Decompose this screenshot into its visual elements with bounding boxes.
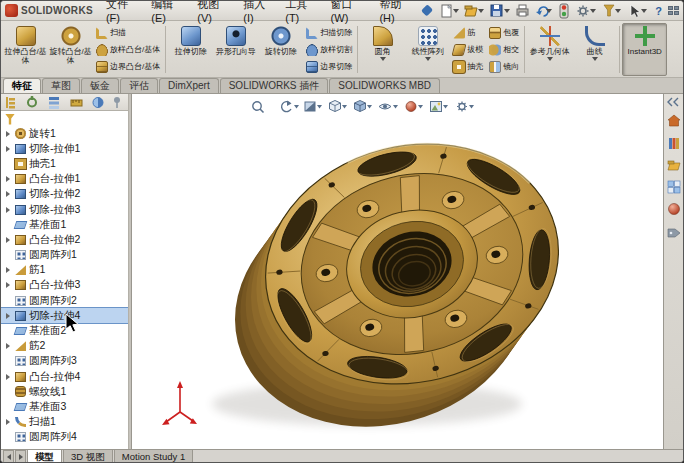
mirror-button[interactable]: 镜向: [486, 58, 522, 75]
tree-item[interactable]: 凸台-拉伸1: [1, 172, 128, 187]
undo-icon[interactable]: [536, 7, 552, 16]
hole-wizard-button[interactable]: 异形孔向导: [213, 23, 258, 76]
hide-show-items-icon[interactable]: [379, 104, 398, 109]
tree-item[interactable]: 筋1: [1, 263, 128, 278]
tab-sketch[interactable]: 草图: [42, 78, 80, 93]
rib-button[interactable]: 筋: [450, 24, 486, 41]
expand-arrow-icon[interactable]: [4, 131, 12, 137]
view-orientation-icon[interactable]: [330, 101, 348, 112]
expand-arrow-icon[interactable]: [4, 343, 12, 349]
expand-arrow-icon[interactable]: [4, 237, 12, 243]
lofted-boss-button[interactable]: 放样凸台/基体: [93, 41, 163, 58]
file-explorer-icon[interactable]: [668, 161, 680, 170]
tree-item[interactable]: 切除-拉伸2: [1, 187, 128, 202]
feature-tree-tab-icon[interactable]: [6, 97, 15, 109]
tab-scroll-left-button[interactable]: [3, 450, 14, 463]
rebuild-icon[interactable]: [560, 4, 568, 18]
tree-item[interactable]: 切除-拉伸3: [1, 202, 128, 217]
tree-item[interactable]: 凸台-拉伸4: [1, 369, 128, 384]
tree-item[interactable]: 筋2: [1, 339, 128, 354]
tab-dimxpert[interactable]: DimXpert: [159, 78, 219, 93]
new-document-icon[interactable]: [442, 5, 459, 17]
shell-button[interactable]: 抽壳: [450, 58, 486, 75]
tree-item[interactable]: 圆周阵列4: [1, 430, 128, 445]
tree-item[interactable]: 抽壳1: [1, 156, 128, 171]
curves-button[interactable]: 曲线: [572, 23, 617, 76]
instant3d-button[interactable]: Instant3D: [622, 23, 667, 76]
tab-3d-views[interactable]: 3D 视图: [63, 450, 113, 463]
select-arrow-icon[interactable]: [627, 3, 649, 19]
expand-arrow-icon[interactable]: [4, 267, 12, 273]
menu-insert[interactable]: 插入(I): [238, 0, 278, 25]
appearances-icon[interactable]: [669, 204, 680, 215]
tree-item[interactable]: 基准面1: [1, 217, 128, 232]
custom-properties-icon[interactable]: [668, 229, 680, 237]
expand-arrow-icon[interactable]: [4, 176, 12, 182]
view-settings-icon[interactable]: [457, 102, 474, 112]
selection-filter-icon[interactable]: [604, 5, 621, 16]
edit-appearance-icon[interactable]: [406, 102, 423, 112]
tree-item[interactable]: 圆周阵列3: [1, 354, 128, 369]
revolve-boss-button[interactable]: 旋转凸台/基体: [48, 23, 93, 76]
zoom-fit-icon[interactable]: [253, 102, 264, 113]
view-palette-icon[interactable]: [668, 181, 680, 193]
graphics-area[interactable]: [132, 94, 663, 449]
lofted-cut-button[interactable]: 放样切割: [303, 41, 355, 58]
expand-arrow-icon[interactable]: [4, 419, 12, 425]
display-style-icon[interactable]: [355, 101, 373, 112]
intersect-button[interactable]: 相交: [486, 41, 522, 58]
expand-arrow-icon[interactable]: [4, 282, 12, 288]
tree-item[interactable]: 圆周阵列2: [1, 293, 128, 308]
open-icon[interactable]: [465, 6, 484, 16]
tab-motion-study[interactable]: Motion Study 1: [114, 450, 193, 463]
extrude-boss-button[interactable]: 拉伸凸台/基体: [3, 23, 48, 76]
boundary-boss-button[interactable]: 边界凸台/基体: [93, 58, 163, 75]
save-icon[interactable]: [491, 5, 510, 16]
configuration-manager-tab-icon[interactable]: [49, 97, 59, 109]
previous-view-icon[interactable]: [282, 101, 299, 112]
boundary-cut-button[interactable]: 边界切除: [303, 58, 355, 75]
menu-window[interactable]: 窗口(W): [326, 0, 373, 25]
menu-view[interactable]: 视图(V): [192, 0, 236, 25]
revolved-cut-button[interactable]: 旋转切除: [258, 23, 303, 76]
model-viewport[interactable]: [132, 94, 663, 449]
reference-geometry-button[interactable]: 参考几何体: [527, 23, 572, 76]
extruded-cut-button[interactable]: 拉伸切除: [168, 23, 213, 76]
expand-arrow-icon[interactable]: [4, 191, 12, 197]
expand-arrow-icon[interactable]: [4, 207, 12, 213]
tree-item[interactable]: 螺纹线1: [1, 384, 128, 399]
window-layout-icon[interactable]: [668, 6, 679, 15]
tree-item[interactable]: 切除-拉伸1: [1, 141, 128, 156]
wrap-button[interactable]: 包覆: [486, 24, 522, 41]
apply-scene-icon[interactable]: [431, 102, 449, 112]
menu-file[interactable]: 文件(F): [101, 0, 144, 25]
dimxpert-manager-tab-icon[interactable]: [71, 100, 82, 106]
menu-help[interactable]: 帮助(H): [374, 0, 419, 25]
swept-boss-button[interactable]: 扫描: [93, 24, 163, 41]
linear-pattern-button[interactable]: 线性阵列: [405, 23, 450, 76]
tree-item[interactable]: 旋转1: [1, 126, 128, 141]
swept-cut-button[interactable]: 扫描切除: [303, 24, 355, 41]
tab-sheet-metal[interactable]: 钣金: [81, 78, 119, 93]
tree-item[interactable]: 圆周阵列1: [1, 248, 128, 263]
print-icon[interactable]: [517, 5, 528, 16]
collapse-pane-icon[interactable]: [668, 98, 678, 106]
panel-pin-icon[interactable]: [114, 97, 120, 108]
tab-scroll-right-button[interactable]: [15, 450, 26, 463]
menu-edit[interactable]: 编辑(E): [146, 0, 190, 25]
tree-item[interactable]: 扫描1: [1, 415, 128, 430]
expand-arrow-icon[interactable]: [4, 313, 12, 319]
property-manager-tab-icon[interactable]: [28, 96, 36, 107]
design-library-icon[interactable]: [669, 138, 679, 149]
draft-button[interactable]: 拔模: [450, 41, 486, 58]
display-manager-tab-icon[interactable]: [93, 97, 103, 107]
tree-item[interactable]: 凸台-拉伸3: [1, 278, 128, 293]
fillet-button[interactable]: 圆角: [360, 23, 405, 76]
solidworks-resources-icon[interactable]: [668, 115, 680, 126]
tab-evaluate[interactable]: 评估: [120, 78, 158, 93]
expand-arrow-icon[interactable]: [4, 374, 12, 380]
menu-tools[interactable]: 工具(T): [280, 0, 323, 25]
tree-item[interactable]: 基准面3: [1, 399, 128, 414]
menu-pin-icon[interactable]: [421, 4, 433, 16]
options-icon[interactable]: [578, 5, 597, 16]
